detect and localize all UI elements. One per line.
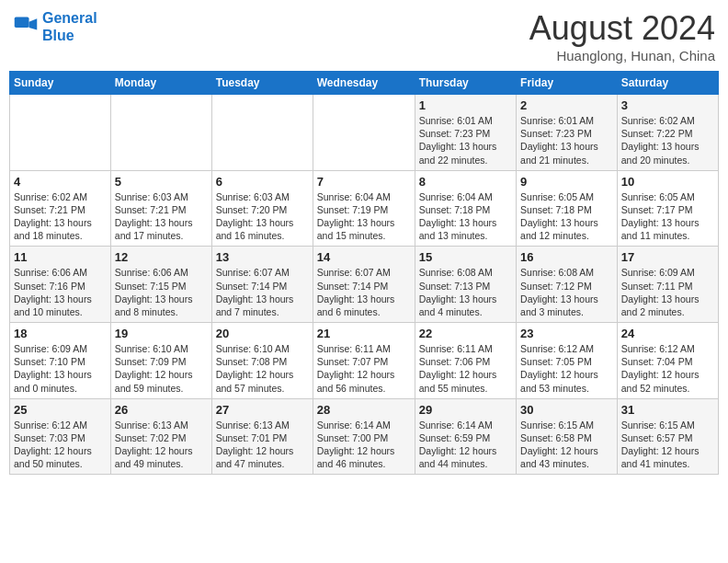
logo-line1: General xyxy=(42,10,97,26)
logo-icon xyxy=(13,14,39,40)
day-info: Sunrise: 6:03 AM Sunset: 7:21 PM Dayligh… xyxy=(115,190,208,243)
day-info: Sunrise: 6:05 AM Sunset: 7:17 PM Dayligh… xyxy=(621,190,714,243)
calendar-cell: 11Sunrise: 6:06 AM Sunset: 7:16 PM Dayli… xyxy=(10,247,111,323)
logo: General Blue xyxy=(13,9,97,44)
day-info: Sunrise: 6:04 AM Sunset: 7:18 PM Dayligh… xyxy=(419,190,512,243)
day-number: 30 xyxy=(520,403,613,417)
day-info: Sunrise: 6:12 AM Sunset: 7:03 PM Dayligh… xyxy=(14,419,107,471)
calendar-cell: 23Sunrise: 6:12 AM Sunset: 7:05 PM Dayli… xyxy=(517,323,618,399)
calendar-cell: 12Sunrise: 6:06 AM Sunset: 7:15 PM Dayli… xyxy=(110,247,211,323)
day-info: Sunrise: 6:01 AM Sunset: 7:23 PM Dayligh… xyxy=(520,114,613,167)
day-number: 28 xyxy=(317,403,411,417)
weekday-thursday: Thursday xyxy=(415,72,516,95)
calendar-cell: 21Sunrise: 6:11 AM Sunset: 7:07 PM Dayli… xyxy=(313,323,415,399)
day-number: 7 xyxy=(317,175,411,189)
day-info: Sunrise: 6:14 AM Sunset: 7:00 PM Dayligh… xyxy=(317,419,411,471)
day-number: 31 xyxy=(621,403,714,417)
day-number: 25 xyxy=(14,403,107,417)
day-info: Sunrise: 6:09 AM Sunset: 7:11 PM Dayligh… xyxy=(621,266,714,318)
logo-text: General Blue xyxy=(42,9,97,44)
calendar-cell: 25Sunrise: 6:12 AM Sunset: 7:03 PM Dayli… xyxy=(10,398,111,475)
day-number: 18 xyxy=(14,327,107,340)
day-number: 1 xyxy=(419,98,512,112)
day-number: 2 xyxy=(520,98,613,112)
day-number: 19 xyxy=(115,327,208,340)
calendar-cell: 15Sunrise: 6:08 AM Sunset: 7:13 PM Dayli… xyxy=(415,247,516,323)
day-number: 20 xyxy=(216,327,309,340)
calendar-cell: 28Sunrise: 6:14 AM Sunset: 7:00 PM Dayli… xyxy=(313,398,415,475)
calendar-subtitle: Huanglong, Hunan, China xyxy=(529,48,715,63)
calendar-cell: 16Sunrise: 6:08 AM Sunset: 7:12 PM Dayli… xyxy=(517,247,618,323)
day-info: Sunrise: 6:06 AM Sunset: 7:16 PM Dayligh… xyxy=(14,266,107,318)
day-number: 29 xyxy=(419,403,512,417)
day-number: 26 xyxy=(115,403,208,417)
calendar-cell: 24Sunrise: 6:12 AM Sunset: 7:04 PM Dayli… xyxy=(617,323,718,399)
calendar-cell: 4Sunrise: 6:02 AM Sunset: 7:21 PM Daylig… xyxy=(10,170,111,247)
title-block: August 2024 Huanglong, Hunan, China xyxy=(529,9,715,63)
day-number: 16 xyxy=(520,250,613,264)
calendar-week-0: 1Sunrise: 6:01 AM Sunset: 7:23 PM Daylig… xyxy=(10,95,719,171)
day-info: Sunrise: 6:12 AM Sunset: 7:04 PM Dayligh… xyxy=(621,342,714,395)
calendar-cell: 20Sunrise: 6:10 AM Sunset: 7:08 PM Dayli… xyxy=(211,323,313,399)
calendar-cell: 6Sunrise: 6:03 AM Sunset: 7:20 PM Daylig… xyxy=(211,170,313,247)
day-number: 17 xyxy=(621,250,714,264)
calendar-cell: 13Sunrise: 6:07 AM Sunset: 7:14 PM Dayli… xyxy=(211,247,313,323)
svg-marker-1 xyxy=(29,18,38,29)
logo-line2: Blue xyxy=(42,28,74,43)
day-info: Sunrise: 6:07 AM Sunset: 7:14 PM Dayligh… xyxy=(216,266,309,318)
day-number: 4 xyxy=(14,175,107,189)
weekday-friday: Friday xyxy=(517,72,618,95)
calendar-week-3: 18Sunrise: 6:09 AM Sunset: 7:10 PM Dayli… xyxy=(10,323,719,399)
day-number: 6 xyxy=(216,175,309,189)
day-info: Sunrise: 6:04 AM Sunset: 7:19 PM Dayligh… xyxy=(317,190,411,243)
day-info: Sunrise: 6:13 AM Sunset: 7:02 PM Dayligh… xyxy=(115,419,208,471)
day-number: 23 xyxy=(520,327,613,340)
calendar-cell: 9Sunrise: 6:05 AM Sunset: 7:18 PM Daylig… xyxy=(517,170,618,247)
calendar-week-2: 11Sunrise: 6:06 AM Sunset: 7:16 PM Dayli… xyxy=(10,247,719,323)
day-info: Sunrise: 6:08 AM Sunset: 7:13 PM Dayligh… xyxy=(419,266,512,318)
weekday-monday: Monday xyxy=(110,72,211,95)
calendar-cell: 31Sunrise: 6:15 AM Sunset: 6:57 PM Dayli… xyxy=(617,398,718,475)
day-info: Sunrise: 6:09 AM Sunset: 7:10 PM Dayligh… xyxy=(14,342,107,395)
day-number: 5 xyxy=(115,175,208,189)
day-info: Sunrise: 6:06 AM Sunset: 7:15 PM Dayligh… xyxy=(115,266,208,318)
calendar-cell: 22Sunrise: 6:11 AM Sunset: 7:06 PM Dayli… xyxy=(415,323,516,399)
day-number: 10 xyxy=(621,175,714,189)
calendar-body: 1Sunrise: 6:01 AM Sunset: 7:23 PM Daylig… xyxy=(10,95,719,475)
day-info: Sunrise: 6:02 AM Sunset: 7:22 PM Dayligh… xyxy=(621,114,714,167)
day-info: Sunrise: 6:07 AM Sunset: 7:14 PM Dayligh… xyxy=(317,266,411,318)
day-info: Sunrise: 6:08 AM Sunset: 7:12 PM Dayligh… xyxy=(520,266,613,318)
day-info: Sunrise: 6:05 AM Sunset: 7:18 PM Dayligh… xyxy=(520,190,613,243)
day-number: 8 xyxy=(419,175,512,189)
calendar-cell: 30Sunrise: 6:15 AM Sunset: 6:58 PM Dayli… xyxy=(517,398,618,475)
calendar-table: SundayMondayTuesdayWednesdayThursdayFrid… xyxy=(9,71,719,475)
calendar-week-1: 4Sunrise: 6:02 AM Sunset: 7:21 PM Daylig… xyxy=(10,170,719,247)
calendar-cell: 5Sunrise: 6:03 AM Sunset: 7:21 PM Daylig… xyxy=(110,170,211,247)
day-number: 3 xyxy=(621,98,714,112)
page-header: General Blue August 2024 Huanglong, Huna… xyxy=(9,9,719,63)
day-info: Sunrise: 6:10 AM Sunset: 7:09 PM Dayligh… xyxy=(115,342,208,395)
day-number: 12 xyxy=(115,250,208,264)
calendar-week-4: 25Sunrise: 6:12 AM Sunset: 7:03 PM Dayli… xyxy=(10,398,719,475)
day-info: Sunrise: 6:11 AM Sunset: 7:06 PM Dayligh… xyxy=(419,342,512,395)
weekday-tuesday: Tuesday xyxy=(211,72,313,95)
day-number: 9 xyxy=(520,175,613,189)
svg-rect-0 xyxy=(15,17,29,28)
day-info: Sunrise: 6:11 AM Sunset: 7:07 PM Dayligh… xyxy=(317,342,411,395)
calendar-cell: 7Sunrise: 6:04 AM Sunset: 7:19 PM Daylig… xyxy=(313,170,415,247)
calendar-cell: 26Sunrise: 6:13 AM Sunset: 7:02 PM Dayli… xyxy=(110,398,211,475)
calendar-cell: 8Sunrise: 6:04 AM Sunset: 7:18 PM Daylig… xyxy=(415,170,516,247)
day-info: Sunrise: 6:15 AM Sunset: 6:58 PM Dayligh… xyxy=(520,419,613,471)
day-info: Sunrise: 6:02 AM Sunset: 7:21 PM Dayligh… xyxy=(14,190,107,243)
calendar-cell: 1Sunrise: 6:01 AM Sunset: 7:23 PM Daylig… xyxy=(415,95,516,171)
calendar-cell xyxy=(313,95,415,171)
calendar-cell: 29Sunrise: 6:14 AM Sunset: 6:59 PM Dayli… xyxy=(415,398,516,475)
calendar-cell: 18Sunrise: 6:09 AM Sunset: 7:10 PM Dayli… xyxy=(10,323,111,399)
day-number: 21 xyxy=(317,327,411,340)
calendar-cell: 10Sunrise: 6:05 AM Sunset: 7:17 PM Dayli… xyxy=(617,170,718,247)
day-number: 24 xyxy=(621,327,714,340)
weekday-header-row: SundayMondayTuesdayWednesdayThursdayFrid… xyxy=(10,72,719,95)
day-number: 15 xyxy=(419,250,512,264)
day-number: 27 xyxy=(216,403,309,417)
calendar-cell: 27Sunrise: 6:13 AM Sunset: 7:01 PM Dayli… xyxy=(211,398,313,475)
